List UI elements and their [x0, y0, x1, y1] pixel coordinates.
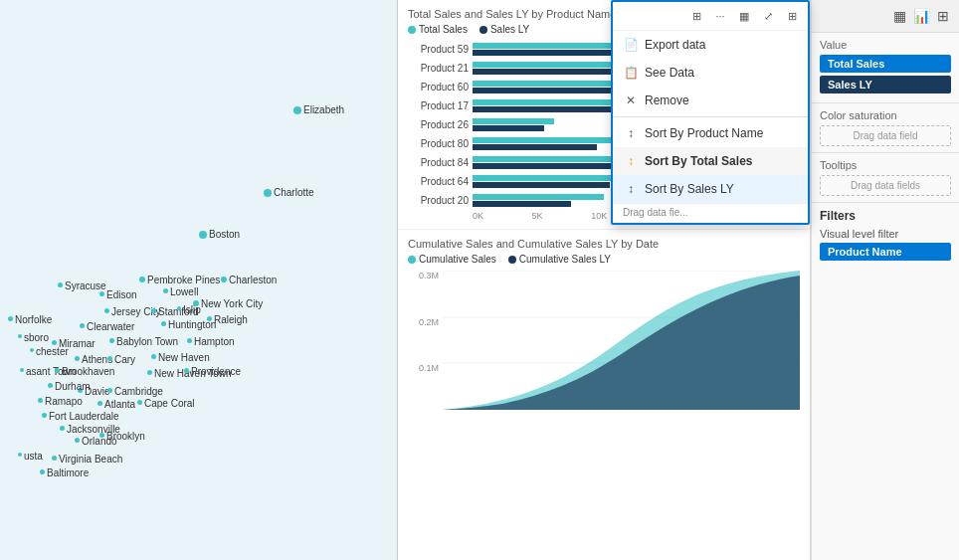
map-dot	[52, 340, 57, 345]
map-city-label: Baltimore	[47, 467, 89, 478]
bar-ly	[473, 125, 544, 131]
map-dot	[75, 438, 80, 443]
legend-sales-ly: Sales LY	[480, 24, 529, 35]
map-city-label: Hampton	[194, 336, 235, 347]
bar-chart-wrapper: Total Sales and Sales LY by Product Name…	[398, 0, 810, 230]
menu-export-label: Export data	[645, 38, 705, 52]
table-icon[interactable]: ▦	[734, 6, 754, 26]
legend-label-ly: Sales LY	[490, 24, 529, 35]
map-city-label: Pembroke Pines	[147, 275, 220, 285]
map-city-label: Boston	[209, 229, 240, 240]
map-city-label: Cambridge	[114, 386, 163, 397]
tooltips-section: Tooltips Drag data fields	[812, 153, 959, 203]
sort-name-icon: ↕	[623, 125, 639, 141]
visual-filter-label: Visual level filter	[812, 225, 959, 243]
area-chart-body: 0.3M 0.2M 0.1M	[408, 271, 800, 410]
data-icon: 📋	[623, 65, 639, 81]
map-dot	[48, 383, 53, 388]
menu-sort-name[interactable]: ↕ Sort By Product Name	[613, 119, 808, 147]
value-section: Value Total Sales Sales LY	[812, 33, 959, 103]
map-dot	[107, 356, 112, 361]
legend-label-cum: Cumulative Sales	[419, 254, 496, 265]
map-dot	[107, 388, 112, 393]
area-chart-svg-container	[443, 271, 800, 410]
map-dot	[55, 368, 60, 373]
bar-row-label: Product 21	[408, 63, 473, 74]
menu-export[interactable]: 📄 Export data	[613, 31, 808, 59]
bar-total	[473, 137, 620, 143]
legend-cumulative-sales: Cumulative Sales	[408, 254, 496, 265]
bar-row-label: Product 20	[408, 195, 473, 206]
map-dot	[99, 433, 104, 438]
bar-row-label: Product 17	[408, 100, 473, 111]
map-dot	[177, 306, 181, 310]
map-dot	[184, 368, 189, 373]
map-dot	[99, 291, 104, 296]
tooltips-label: Tooltips	[820, 159, 951, 171]
sort-ly-icon: ↕	[623, 181, 639, 197]
y-tick-03: 0.3M	[419, 271, 439, 280]
map-city-label: Brooklyn	[106, 431, 145, 442]
map-city-label: New York City	[201, 298, 263, 309]
map-city-label: New Haven	[158, 352, 210, 363]
filter-icon[interactable]: ⊞	[782, 6, 802, 26]
focus-icon[interactable]: ⤢	[758, 6, 778, 26]
map-dot	[264, 189, 272, 197]
menu-divider-1	[613, 116, 808, 117]
map-city-label: chester	[36, 346, 69, 357]
area-chart-legend: Cumulative Sales Cumulative Sales LY	[408, 254, 800, 265]
map-panel: ElizabethCharlotteBostonPembroke PinesCh…	[0, 0, 398, 560]
map-city-label: Virginia Beach	[59, 454, 122, 465]
sort-total-icon: ↕	[623, 153, 639, 169]
tooltips-drag-field[interactable]: Drag data fields	[820, 175, 951, 196]
right-toolbar-bar[interactable]: 📊	[911, 6, 931, 26]
bar-row-label: Product 84	[408, 157, 473, 168]
map-city-label: Babylon Town	[116, 336, 178, 347]
bar-row-label: Product 26	[408, 119, 473, 130]
map-dot	[104, 308, 109, 313]
map-dot	[42, 413, 47, 418]
map-dot	[18, 334, 22, 338]
map-dot	[187, 338, 192, 343]
color-drag-field[interactable]: Drag data field	[820, 125, 951, 146]
product-name-chip[interactable]: Product Name	[820, 243, 951, 261]
grid-icon[interactable]: ⊞	[686, 6, 706, 26]
map-dot	[137, 400, 142, 405]
bar-ly	[473, 182, 610, 188]
map-dot	[293, 106, 301, 114]
map-city-label: Cary	[114, 354, 135, 365]
map-city-label: Durham	[55, 381, 91, 392]
map-dot	[30, 348, 34, 352]
map-dot	[199, 231, 207, 239]
map-dot	[38, 398, 43, 403]
map-dot	[80, 323, 85, 328]
menu-remove[interactable]: ✕ Remove	[613, 87, 808, 114]
map-city-label: usta	[24, 451, 43, 462]
map-dot	[60, 426, 65, 431]
menu-sort-total-label: Sort By Total Sales	[645, 154, 752, 168]
color-saturation-section: Color saturation Drag data field	[812, 103, 959, 153]
right-toolbar-grid[interactable]: ▦	[889, 6, 909, 26]
legend-total-sales: Total Sales	[408, 24, 468, 35]
more-icon[interactable]: ···	[710, 6, 730, 26]
menu-sort-ly[interactable]: ↕ Sort By Sales LY	[613, 175, 808, 203]
legend-label-total: Total Sales	[419, 24, 468, 35]
area-chart-container: Cumulative Sales and Cumulative Sales LY…	[398, 230, 810, 560]
legend-label-cum-ly: Cumulative Sales LY	[519, 254, 611, 265]
remove-icon: ✕	[623, 93, 639, 108]
map-city-label: Atlanta	[104, 399, 135, 410]
bar-row-label: Product 80	[408, 138, 473, 149]
right-toolbar: ▦ 📊 ⊞	[812, 0, 959, 33]
map-city-label: Ramapo	[45, 396, 83, 407]
charts-panel: Total Sales and Sales LY by Product Name…	[398, 0, 811, 560]
legend-cumulative-ly: Cumulative Sales LY	[508, 254, 611, 265]
right-toolbar-table[interactable]: ⊞	[933, 6, 953, 26]
menu-see-data[interactable]: 📋 See Data	[613, 59, 808, 87]
map-city-label: sboro	[24, 332, 49, 343]
legend-dot-navy	[480, 26, 487, 34]
map-city-label: Cape Coral	[144, 398, 195, 409]
map-city-label: Providence	[191, 366, 241, 377]
menu-sort-total[interactable]: ↕ Sort By Total Sales	[613, 147, 808, 175]
menu-see-data-label: See Data	[645, 66, 694, 80]
map-dot	[97, 401, 102, 406]
